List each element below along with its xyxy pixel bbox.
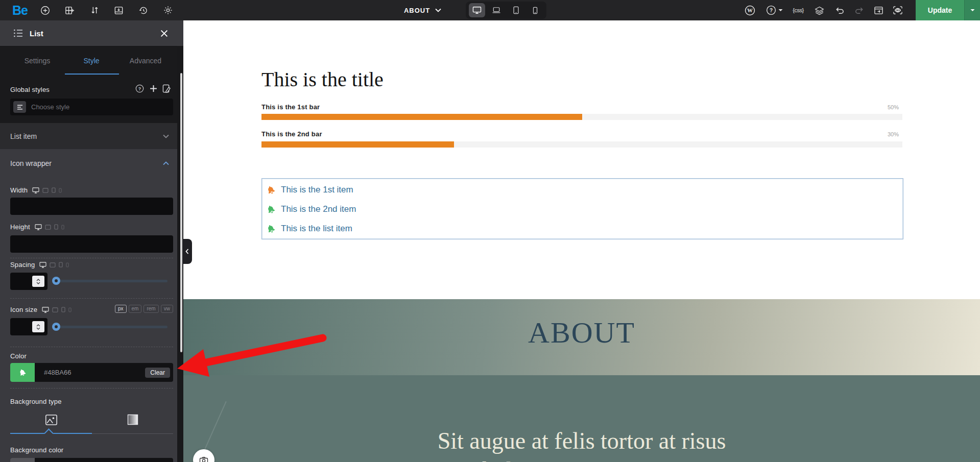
device-laptop-button[interactable] (488, 3, 505, 17)
phone-icon[interactable] (66, 262, 69, 268)
help-menu-button[interactable]: ? (762, 2, 786, 19)
list-item-text: This is the list item (281, 224, 352, 234)
redo-button[interactable] (850, 2, 868, 19)
add-global-style-icon[interactable] (150, 85, 157, 92)
clear-color-button[interactable]: Clear (145, 368, 170, 378)
desktop-icon[interactable] (39, 262, 46, 268)
undo-button[interactable] (831, 2, 848, 19)
spacing-responsive-icons (39, 262, 69, 268)
tab-settings[interactable]: Settings (10, 46, 64, 75)
height-input[interactable] (10, 235, 173, 253)
desktop-icon (472, 6, 482, 14)
laptop-icon[interactable] (50, 262, 56, 268)
tablet-icon[interactable] (52, 187, 56, 193)
laptop-icon[interactable] (45, 225, 51, 230)
tablet-icon[interactable] (61, 307, 65, 312)
laptop-icon[interactable] (42, 188, 49, 193)
spacing-spinner[interactable] (32, 276, 44, 287)
tab-style[interactable]: Style (64, 46, 118, 75)
bell-icon (18, 369, 27, 377)
panel-title: List (30, 29, 43, 38)
global-styles-help-icon[interactable]: ? (135, 84, 144, 93)
device-phone-button[interactable] (527, 3, 543, 17)
choose-style-input[interactable]: Choose style (10, 99, 173, 115)
background-image-option-icon[interactable] (44, 413, 58, 427)
icon-size-slider[interactable] (52, 326, 168, 328)
layers-panel-button[interactable] (810, 2, 828, 19)
section-heading-line2: vestibulum eu massa. Praesent (183, 456, 980, 462)
tablet-icon[interactable] (59, 262, 63, 268)
phone-icon[interactable] (68, 307, 71, 312)
phone-icon[interactable] (61, 225, 64, 230)
open-preview-window-button[interactable] (870, 2, 887, 19)
close-icon[interactable] (160, 30, 168, 37)
update-button[interactable]: Update (916, 0, 964, 20)
desktop-icon[interactable] (35, 224, 42, 230)
spacing-slider-knob[interactable] (52, 277, 60, 285)
page-switcher[interactable]: ABOUT (404, 7, 441, 14)
color-field[interactable]: #48BA66 Clear (10, 363, 173, 382)
device-tablet-button[interactable] (508, 3, 524, 17)
icon-size-stepper-input[interactable] (10, 318, 47, 335)
progress-bar-track (261, 114, 902, 120)
manage-styles-icon[interactable] (162, 84, 171, 93)
tab-advanced[interactable]: Advanced (118, 46, 173, 75)
icon-size-spinner[interactable] (32, 321, 44, 332)
unit-em-button[interactable]: em (129, 305, 142, 313)
svg-text:?: ? (769, 8, 772, 13)
section-icon-wrapper-label: Icon wrapper (10, 159, 52, 167)
panel-tabs: Settings Style Advanced (0, 46, 183, 75)
phone-icon (533, 7, 538, 14)
background-gradient-option-icon[interactable] (127, 414, 138, 425)
add-element-button[interactable] (37, 2, 54, 19)
templates-button[interactable] (110, 2, 128, 19)
panel-scrollbar-thumb[interactable] (180, 73, 182, 352)
spacing-field-label-row: Spacing (10, 261, 69, 269)
laptop-icon[interactable] (52, 307, 58, 312)
background-type-label: Background type (10, 398, 62, 405)
background-color-swatch[interactable] (10, 458, 35, 462)
page-preview-canvas: This is the title This is the 1st bar 50… (183, 20, 980, 462)
background-color-field[interactable] (10, 458, 173, 462)
frontend-preview-button[interactable] (889, 2, 906, 19)
custom-css-button[interactable]: {css} (788, 2, 808, 19)
spinner-up-icon (36, 324, 40, 327)
desktop-icon[interactable] (42, 307, 49, 313)
reorder-sections-button[interactable] (86, 2, 103, 19)
tablet-icon[interactable] (54, 224, 58, 230)
width-input[interactable] (10, 198, 173, 215)
builder-settings-button[interactable] (159, 2, 177, 19)
section-list-item[interactable]: List item (0, 123, 183, 150)
css-braces-icon: {css} (793, 7, 803, 13)
global-styles-block: Global styles ? Choose style (0, 75, 183, 124)
unit-px-button[interactable]: px (115, 305, 127, 313)
section-heading-line1: Sit augue at felis tortor at risus (183, 426, 980, 456)
phone-icon[interactable] (59, 188, 62, 193)
panel-collapse-handle[interactable] (182, 239, 192, 264)
wordpress-dashboard-button[interactable]: W (741, 2, 758, 19)
history-icon (138, 6, 148, 15)
list-element-selected[interactable]: This is the 1st item This is the 2nd ite… (261, 178, 903, 239)
list-item: This is the 1st item (262, 180, 903, 200)
desktop-icon[interactable] (32, 187, 39, 193)
spacing-slider[interactable] (52, 280, 168, 282)
section-icon-wrapper[interactable]: Icon wrapper (0, 149, 183, 178)
width-field-label-row: Width (10, 186, 62, 194)
update-options-caret[interactable] (964, 0, 980, 20)
height-responsive-icons (35, 224, 64, 230)
color-hex-value[interactable]: #48BA66 (44, 369, 145, 376)
device-desktop-button[interactable] (469, 3, 485, 17)
unit-vw-button[interactable]: vw (161, 305, 173, 313)
icon-size-slider-knob[interactable] (52, 323, 60, 331)
width-responsive-icons (32, 187, 62, 193)
color-swatch[interactable] (10, 363, 35, 382)
layout-add-icon (65, 6, 75, 15)
unit-rem-button[interactable]: rem (144, 305, 158, 313)
list-item: This is the list item (262, 219, 903, 238)
revisions-history-button[interactable] (135, 2, 152, 19)
background-type-indicator-notch (44, 428, 53, 437)
betheme-logo[interactable]: Be (12, 3, 28, 18)
add-section-button[interactable] (61, 2, 79, 19)
spacing-stepper-input[interactable] (10, 273, 47, 290)
list-item: This is the 2nd item (262, 200, 903, 219)
